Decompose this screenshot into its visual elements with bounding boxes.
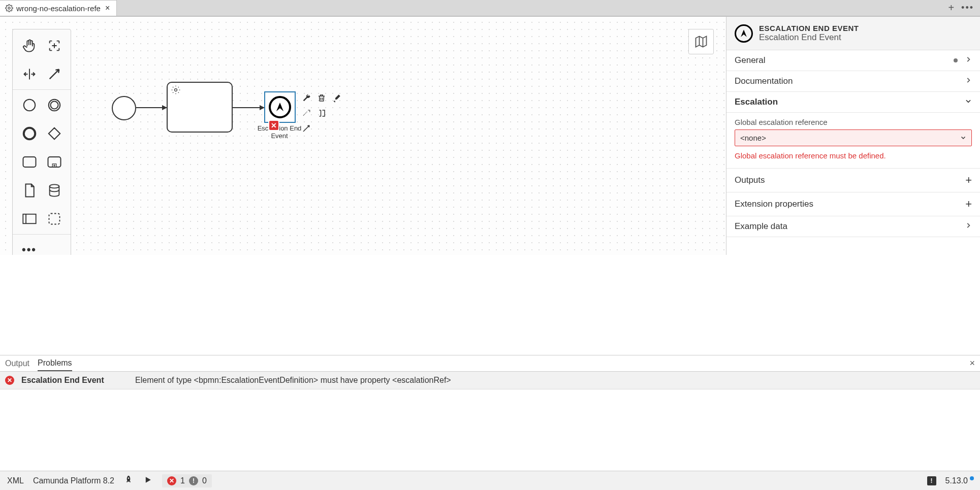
escalation-ref-error: Global escalation reference must be defi… — [735, 151, 972, 160]
tool-palette: ••• — [12, 29, 71, 255]
chevron-right-icon — [965, 76, 972, 86]
file-tab-active[interactable]: wrong-no-escalation-refe × — [0, 0, 117, 16]
create-gateway[interactable] — [44, 123, 65, 144]
error-count: 1 — [180, 476, 185, 485]
escalation-ref-select[interactable]: <none> — [735, 129, 972, 146]
tab-problems[interactable]: Problems — [38, 356, 72, 371]
escalation-icon — [735, 24, 753, 43]
section-indicator-icon — [954, 58, 958, 62]
warning-count: 0 — [202, 476, 207, 485]
error-count-chip[interactable]: ✕ 1 ! 0 — [162, 474, 212, 487]
context-pad — [300, 91, 343, 135]
select-value: <none> — [740, 134, 766, 142]
create-participant[interactable] — [19, 209, 40, 229]
plus-icon[interactable]: + — [965, 198, 972, 211]
create-start-event[interactable] — [19, 95, 40, 115]
new-tab-button[interactable]: + — [948, 2, 954, 14]
element-name-label: Escalation End Event — [759, 32, 859, 43]
file-tab-title: wrong-no-escalation-refe — [16, 4, 101, 13]
minimap-toggle[interactable] — [688, 29, 714, 54]
run-icon[interactable] — [143, 475, 153, 487]
section-documentation[interactable]: Documentation — [726, 71, 980, 92]
delete-icon[interactable] — [315, 91, 328, 105]
bottom-tabs: Output Problems × — [0, 355, 980, 372]
create-task[interactable] — [19, 152, 40, 172]
svg-rect-9 — [23, 214, 36, 223]
chevron-down-icon — [965, 97, 972, 107]
svg-rect-10 — [49, 214, 59, 224]
escalation-end-event-selected[interactable] — [264, 91, 296, 123]
create-group[interactable] — [44, 209, 65, 229]
tab-output[interactable]: Output — [5, 356, 29, 371]
escalation-ref-label: Global escalation reference — [735, 118, 972, 126]
xml-toggle[interactable]: XML — [7, 476, 24, 485]
gear-icon — [171, 85, 181, 96]
validation-error-icon[interactable]: ✕ — [268, 120, 279, 131]
escalation-body: Global escalation reference <none> Globa… — [726, 113, 980, 169]
global-connect-tool[interactable] — [44, 64, 65, 84]
svg-point-8 — [49, 184, 59, 188]
lasso-tool[interactable] — [44, 36, 65, 56]
sequence-flow[interactable] — [233, 107, 264, 108]
error-icon: ✕ — [5, 376, 14, 385]
version-label[interactable]: 5.13.0 — [945, 476, 973, 485]
plus-icon[interactable]: + — [965, 174, 972, 187]
chevron-down-icon — [960, 134, 966, 142]
chevron-right-icon — [965, 55, 972, 66]
svg-rect-5 — [23, 157, 36, 167]
svg-point-0 — [8, 7, 10, 9]
feedback-icon[interactable]: ! — [927, 476, 936, 485]
wrench-icon[interactable] — [300, 91, 313, 105]
diagram-canvas[interactable]: ••• — [0, 16, 726, 255]
create-subprocess-expanded[interactable] — [44, 152, 65, 172]
space-tool[interactable] — [19, 64, 40, 84]
deploy-icon[interactable] — [123, 475, 134, 487]
gear-icon — [5, 4, 13, 12]
svg-point-3 — [50, 102, 58, 109]
section-outputs[interactable]: Outputs + — [726, 169, 980, 192]
status-bar: XML Camunda Platform 8.2 ✕ 1 ! 0 ! 5.13.… — [0, 471, 980, 490]
create-data-store[interactable] — [44, 180, 65, 201]
diagram: ✕ Escalation End Event — [0, 17, 726, 255]
sequence-flow[interactable] — [136, 107, 167, 108]
section-example-data[interactable]: Example data — [726, 216, 980, 237]
chevron-right-icon — [965, 221, 972, 232]
append-text-annotation-icon[interactable] — [315, 107, 328, 120]
close-icon[interactable]: × — [104, 4, 111, 13]
section-extension-properties[interactable]: Extension properties + — [726, 192, 980, 216]
svg-point-11 — [175, 89, 177, 91]
svg-point-1 — [23, 100, 35, 111]
platform-label[interactable]: Camunda Platform 8.2 — [33, 476, 114, 485]
svg-point-12 — [128, 477, 130, 479]
svg-point-4 — [23, 128, 35, 140]
tab-menu-button[interactable]: ••• — [961, 3, 974, 13]
problem-element: Escalation End Event — [21, 376, 128, 385]
create-intermediate-event[interactable] — [44, 95, 65, 115]
service-task[interactable] — [167, 82, 233, 133]
close-icon[interactable]: × — [969, 358, 975, 369]
tab-bar: wrong-no-escalation-refe × + ••• — [0, 0, 980, 16]
problem-row[interactable]: ✕ Escalation End Event Element of type <… — [0, 372, 980, 389]
section-escalation[interactable]: Escalation — [726, 92, 980, 113]
palette-more[interactable]: ••• — [19, 240, 40, 255]
hand-tool[interactable] — [19, 36, 40, 56]
annotation-icon[interactable] — [300, 107, 313, 120]
warning-icon: ! — [189, 476, 198, 485]
properties-header: ESCALATION END EVENT Escalation End Even… — [726, 17, 980, 50]
error-icon: ✕ — [167, 476, 176, 485]
problem-message: Element of type <bpmn:EscalationEventDef… — [135, 376, 451, 385]
properties-panel: ESCALATION END EVENT Escalation End Even… — [726, 16, 980, 255]
element-label: Escalation End Event — [254, 124, 305, 140]
connect-icon[interactable] — [300, 122, 313, 135]
element-type-label: ESCALATION END EVENT — [759, 24, 859, 32]
create-data-object[interactable] — [19, 180, 40, 201]
start-event[interactable] — [112, 96, 136, 120]
color-icon[interactable] — [330, 91, 343, 105]
create-end-event[interactable] — [19, 123, 40, 144]
section-general[interactable]: General — [726, 50, 980, 71]
